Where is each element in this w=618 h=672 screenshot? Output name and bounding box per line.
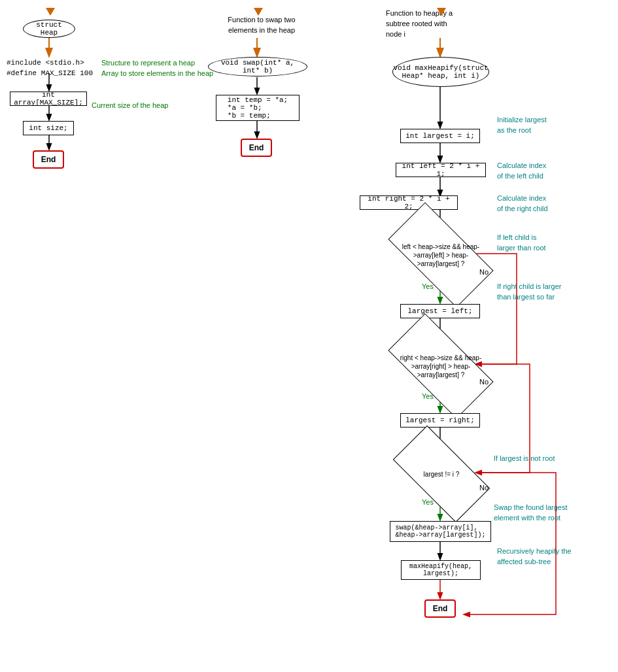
arrow-indicator-right	[437, 8, 446, 16]
if-not-root-annotation: If largest is not root	[494, 454, 555, 462]
largest-init-node: int largest = i;	[400, 129, 480, 143]
recurse-desc-annotation: Recursively heapify the affected sub-tre…	[497, 546, 572, 567]
diamond2-container: right < heap->size && heap->array[right]…	[392, 340, 489, 392]
diamond3-container: largest != i ?	[397, 450, 486, 498]
array-node: int array[MAX_SIZE];	[10, 92, 87, 106]
swap-title: Function to swap two elements in the hea…	[216, 14, 307, 35]
largest-right-node: largest = right;	[400, 413, 480, 428]
diamond2-no-label: No	[479, 378, 489, 386]
swap-desc-annotation: Swap the found largest element with the …	[494, 502, 568, 523]
heapify-call-node: maxHeapify(heap, largest);	[401, 560, 481, 580]
if-left-annotation: If left child is larger than root	[497, 232, 546, 253]
swap-body-node: int temp = *a; *a = *b; *b = temp;	[216, 95, 300, 121]
end2-node: End	[241, 139, 272, 157]
heapify-func-node: void maxHeapify(struct Heap* heap, int i…	[392, 57, 489, 87]
right-init-node: int right = 2 * i + 2;	[360, 195, 458, 210]
struct-desc: Structure to represent a heap Array to s…	[101, 58, 213, 78]
left-init-node: int left = 2 * i + 1;	[396, 163, 486, 177]
arrow-indicator-left	[46, 8, 55, 16]
struct-heap-node: struct Heap	[23, 20, 75, 38]
largest-left-node: largest = left;	[400, 304, 480, 318]
diamond3-no-label: No	[479, 484, 489, 492]
calc-left-annotation: Calculate index of the left child	[497, 160, 546, 181]
diamond1-container: left < heap->size && heap->array[left] >…	[392, 229, 489, 281]
swap-call-node: swap(&heap->array[i], &heap->array[large…	[390, 521, 491, 542]
size-node: int size;	[23, 121, 74, 135]
end3-node: End	[424, 599, 456, 618]
include-text: #include <stdio.h> #define MAX_SIZE 100	[7, 58, 93, 78]
heapify-title: Function to heapify a subtree rooted wit…	[386, 8, 510, 39]
init-largest-annotation: Initialize largest as the root	[497, 114, 547, 135]
diamond1-yes-label: Yes	[422, 282, 434, 290]
calc-right-annotation: Calculate index of the right child	[497, 193, 548, 214]
if-right-annotation: If right child is larger than largest so…	[497, 281, 561, 302]
arrow-indicator-middle	[254, 8, 263, 16]
size-desc: Current size of the heap	[92, 101, 168, 109]
flowchart-diagram: struct Heap #include <stdio.h> #define M…	[0, 0, 618, 672]
end1-node: End	[33, 150, 64, 169]
diamond2-yes-label: Yes	[422, 392, 434, 400]
swap-func-node: void swap(int* a, int* b)	[208, 57, 307, 76]
diamond3-yes-label: Yes	[422, 498, 434, 506]
diamond1-no-label: No	[479, 268, 489, 276]
